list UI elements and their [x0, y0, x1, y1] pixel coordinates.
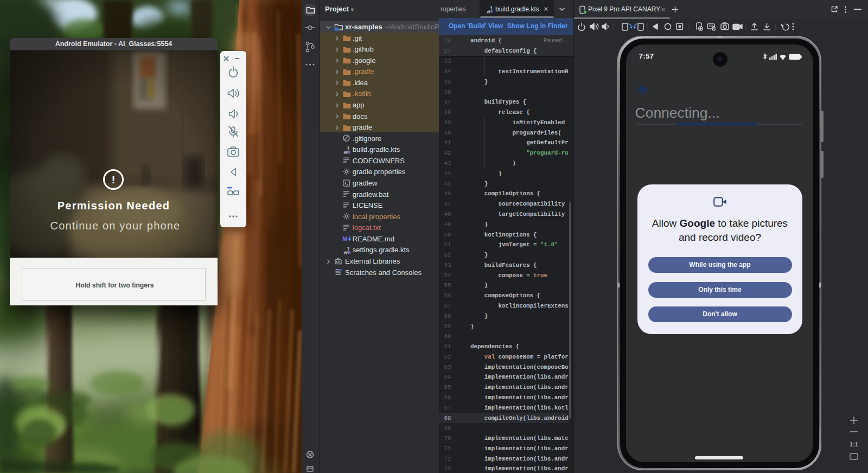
- svg-text:K: K: [491, 9, 494, 13]
- svg-text:1:1: 1:1: [850, 441, 858, 448]
- svg-text:K: K: [348, 150, 351, 154]
- svg-text:K: K: [348, 250, 351, 254]
- svg-text:M: M: [342, 235, 347, 242]
